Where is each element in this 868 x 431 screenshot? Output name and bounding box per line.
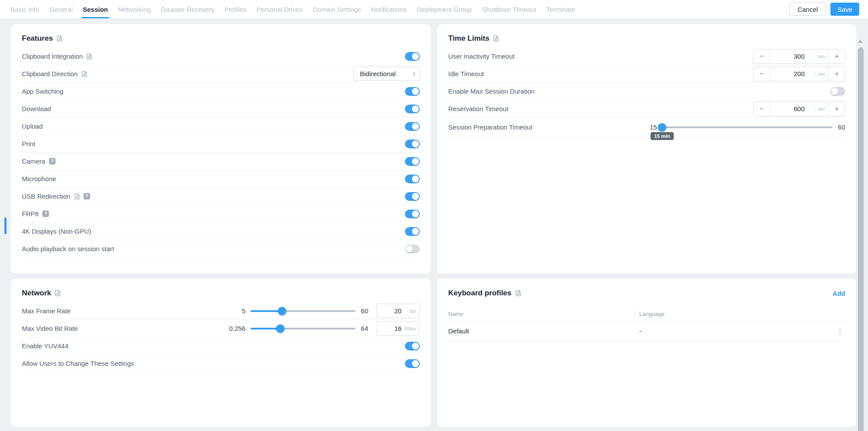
max-frame-rate-slider-fill — [251, 310, 282, 312]
idle-timeout-decrement-button[interactable]: − — [753, 67, 770, 81]
user-inactivity-timeout-label: User Inactivity Timeout — [448, 53, 515, 60]
keyboard-profiles-table-header: Name Language — [448, 307, 845, 322]
usb-redirection-row: USB Redirection? — [22, 188, 420, 205]
enable-max-session-duration-toggle[interactable] — [830, 87, 845, 96]
microphone-control — [405, 175, 420, 183]
tab-deployment-group[interactable]: Deployment Group — [417, 0, 472, 18]
max-video-bit-rate-unit: |Mbps — [402, 326, 416, 331]
session-preparation-timeout-control: 1515 min60 — [646, 123, 845, 131]
max-video-bit-rate-slider[interactable] — [251, 328, 356, 329]
max-frame-rate-slider[interactable] — [251, 310, 356, 312]
usb-redirection-toggle[interactable] — [405, 192, 420, 201]
enable-yuv444-row: Enable YUV444 — [22, 337, 420, 355]
max-frame-rate-value-field[interactable]: 20|fps — [376, 304, 420, 318]
tab-terminate[interactable]: Terminate — [546, 0, 575, 18]
tab-personal-drives[interactable]: Personal Drives — [256, 0, 303, 18]
features-panel-title: Features — [22, 34, 62, 43]
4k-displays-label-text: 4K Displays (Non-GPU) — [22, 228, 91, 235]
max-video-bit-rate-value-field[interactable]: 16|Mbps — [376, 321, 420, 336]
reservation-timeout-increment-button[interactable]: + — [828, 102, 845, 116]
session-preparation-timeout-slider[interactable]: 15 min — [662, 126, 833, 128]
doc-icon[interactable] — [55, 290, 60, 296]
user-inactivity-timeout-unit: |min — [815, 54, 825, 59]
keyboard-profile-row: Default-⋮ — [448, 322, 845, 341]
audio-playback-toggle[interactable] — [405, 245, 420, 253]
upload-row: Upload — [22, 118, 420, 135]
session-preparation-timeout-slider-handle[interactable] — [658, 123, 666, 131]
session-preparation-timeout-label: Session Preparation Timeout — [448, 123, 533, 131]
vertical-scrollbar[interactable] — [858, 47, 864, 431]
max-video-bit-rate-slider-min-label: 0.256 — [224, 325, 245, 332]
download-toggle[interactable] — [405, 105, 420, 113]
help-icon[interactable]: ? — [49, 158, 56, 165]
clipboard-direction-selected-value: Bidirectional — [360, 70, 396, 77]
features-panel: Features Clipboard IntegrationClipboard … — [11, 24, 431, 273]
frp8-toggle[interactable] — [405, 210, 420, 218]
keyboard-profiles-table: Name Language Default-⋮ — [448, 307, 845, 341]
cancel-button[interactable]: Cancel — [789, 3, 826, 16]
toggle-knob — [412, 175, 419, 182]
doc-icon[interactable] — [74, 193, 80, 200]
allow-users-change-toggle[interactable] — [405, 359, 420, 368]
max-video-bit-rate-slider-handle[interactable] — [276, 324, 284, 333]
doc-icon[interactable] — [493, 35, 498, 42]
upload-toggle[interactable] — [405, 122, 420, 131]
idle-timeout-increment-button[interactable]: + — [828, 67, 845, 81]
microphone-toggle[interactable] — [405, 175, 420, 183]
reservation-timeout-decrement-button[interactable]: − — [753, 102, 770, 116]
allow-users-change-label-text: Allow Users to Change These Settings — [22, 360, 134, 367]
tab-session[interactable]: Session — [83, 0, 108, 18]
4k-displays-label: 4K Displays (Non-GPU) — [22, 228, 91, 235]
max-video-bit-rate-slider-group: 0.2566416|Mbps — [224, 321, 420, 336]
user-inactivity-timeout-increment-button[interactable]: + — [828, 49, 845, 63]
help-icon[interactable]: ? — [84, 193, 90, 200]
max-frame-rate-slider-handle[interactable] — [278, 307, 286, 315]
idle-timeout-row: Idle Timeout−200|min+ — [448, 65, 845, 83]
doc-icon[interactable] — [57, 35, 62, 42]
usb-redirection-label-text: USB Redirection — [22, 193, 70, 200]
print-label-text: Print — [22, 140, 35, 147]
help-icon[interactable]: ? — [42, 210, 49, 217]
max-video-bit-rate-row: Max Video Bit Rate0.2566416|Mbps — [22, 320, 420, 337]
add-keyboard-profile-button[interactable]: Add — [833, 290, 845, 297]
scrollbar-up-arrow-icon[interactable] — [858, 39, 863, 43]
tab-domain-settings[interactable]: Domain Settings — [313, 0, 361, 18]
tab-notifications[interactable]: Notifications — [371, 0, 407, 18]
row-kebab-menu-icon[interactable]: ⋮ — [835, 327, 845, 335]
tab-disaster-recovery[interactable]: Disaster Recovery — [161, 0, 215, 18]
clipboard-direction-label: Clipboard Direction — [22, 70, 87, 77]
reservation-timeout-control: −600|sec+ — [753, 102, 845, 116]
toggle-knob — [412, 193, 419, 200]
app-switching-toggle[interactable] — [405, 87, 420, 96]
download-control — [405, 105, 420, 113]
user-inactivity-timeout-label-text: User Inactivity Timeout — [448, 53, 515, 60]
reservation-timeout-value-field[interactable]: 600|sec — [770, 102, 828, 116]
tab-networking[interactable]: Networking — [118, 0, 151, 18]
save-button[interactable]: Save — [830, 3, 859, 16]
doc-icon[interactable] — [87, 53, 92, 60]
enable-yuv444-label-text: Enable YUV444 — [22, 342, 68, 350]
column-header-name: Name — [448, 311, 464, 317]
doc-icon[interactable] — [82, 71, 87, 77]
network-panel: Network Max Frame Rate56020|fpsMax Video… — [11, 279, 431, 427]
upload-control — [405, 122, 420, 131]
clipboard-direction-select[interactable]: Bidirectional▴▾ — [353, 67, 420, 81]
toggle-knob — [406, 245, 413, 252]
idle-timeout-stepper: −200|min+ — [753, 67, 845, 81]
4k-displays-toggle[interactable] — [405, 227, 420, 236]
user-inactivity-timeout-value-field[interactable]: 300|min — [770, 49, 828, 63]
idle-timeout-value-field[interactable]: 200|min — [770, 67, 828, 81]
camera-toggle[interactable] — [405, 157, 420, 166]
tab-shutdown-timeout[interactable]: Shutdown Timeout — [482, 0, 536, 18]
clipboard-integration-label-text: Clipboard Integration — [22, 53, 83, 60]
user-inactivity-timeout-decrement-button[interactable]: − — [753, 49, 770, 63]
tab-general[interactable]: General — [49, 0, 73, 18]
enable-yuv444-toggle[interactable] — [405, 342, 420, 350]
clipboard-integration-toggle[interactable] — [405, 52, 420, 61]
tab-profiles[interactable]: Profiles — [224, 0, 246, 18]
toggle-knob — [412, 105, 419, 112]
tab-basic-info[interactable]: Basic Info — [10, 0, 39, 18]
doc-icon[interactable] — [516, 290, 521, 296]
idle-timeout-label-text: Idle Timeout — [448, 70, 484, 77]
print-toggle[interactable] — [405, 140, 420, 148]
